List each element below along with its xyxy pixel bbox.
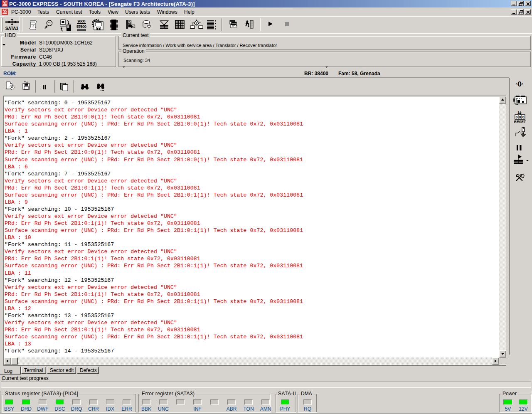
svg-text:?: ? bbox=[195, 21, 198, 25]
svg-text:0: 0 bbox=[515, 115, 517, 119]
svg-text:9600: 9600 bbox=[78, 19, 86, 23]
svg-text:RESET: RESET bbox=[514, 120, 526, 123]
svg-text:0: 0 bbox=[517, 80, 521, 88]
svg-text:1: 1 bbox=[517, 111, 520, 115]
svg-text:57600: 57600 bbox=[76, 24, 86, 29]
svg-text:0: 0 bbox=[519, 115, 521, 119]
svg-text:0: 0 bbox=[522, 115, 524, 119]
